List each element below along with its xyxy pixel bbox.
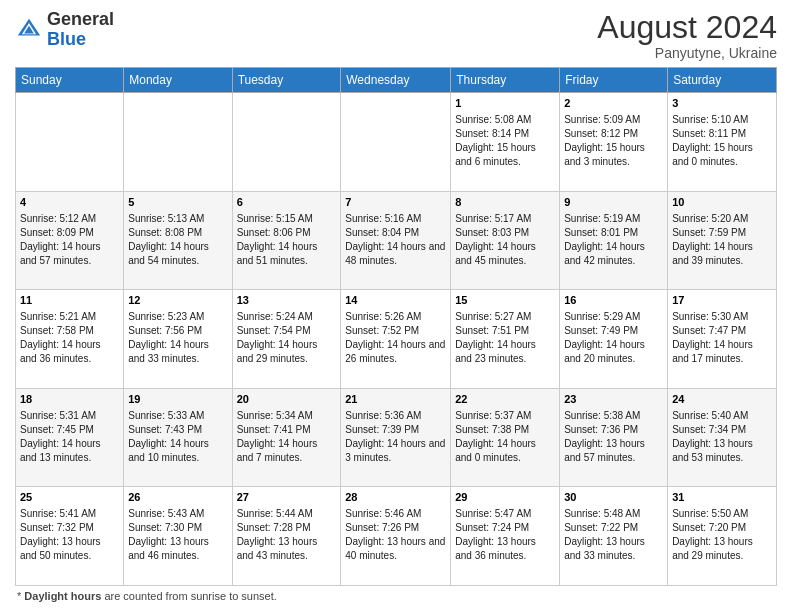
cell-w0-d5: 2Sunrise: 5:09 AMSunset: 8:12 PMDaylight… — [560, 93, 668, 192]
day-info-9: Sunrise: 5:19 AMSunset: 8:01 PMDaylight:… — [564, 212, 663, 268]
cell-w1-d0: 4Sunrise: 5:12 AMSunset: 8:09 PMDaylight… — [16, 191, 124, 290]
day-info-11: Sunrise: 5:21 AMSunset: 7:58 PMDaylight:… — [20, 310, 119, 366]
cell-w2-d5: 16Sunrise: 5:29 AMSunset: 7:49 PMDayligh… — [560, 290, 668, 389]
cell-w0-d3 — [341, 93, 451, 192]
day-num-22: 22 — [455, 392, 555, 408]
day-num-18: 18 — [20, 392, 119, 408]
day-info-14: Sunrise: 5:26 AMSunset: 7:52 PMDaylight:… — [345, 310, 446, 366]
cell-w1-d3: 7Sunrise: 5:16 AMSunset: 8:04 PMDaylight… — [341, 191, 451, 290]
cell-w0-d4: 1Sunrise: 5:08 AMSunset: 8:14 PMDaylight… — [451, 93, 560, 192]
day-num-30: 30 — [564, 490, 663, 506]
day-num-28: 28 — [345, 490, 446, 506]
week-row-2: 11Sunrise: 5:21 AMSunset: 7:58 PMDayligh… — [16, 290, 777, 389]
day-num-8: 8 — [455, 195, 555, 211]
cell-w3-d5: 23Sunrise: 5:38 AMSunset: 7:36 PMDayligh… — [560, 388, 668, 487]
cell-w0-d2 — [232, 93, 341, 192]
header-friday: Friday — [560, 68, 668, 93]
day-num-21: 21 — [345, 392, 446, 408]
month-year: August 2024 — [597, 10, 777, 45]
day-num-27: 27 — [237, 490, 337, 506]
day-header-row: Sunday Monday Tuesday Wednesday Thursday… — [16, 68, 777, 93]
cell-w1-d1: 5Sunrise: 5:13 AMSunset: 8:08 PMDaylight… — [124, 191, 232, 290]
day-num-25: 25 — [20, 490, 119, 506]
day-info-28: Sunrise: 5:46 AMSunset: 7:26 PMDaylight:… — [345, 507, 446, 563]
day-info-31: Sunrise: 5:50 AMSunset: 7:20 PMDaylight:… — [672, 507, 772, 563]
day-info-6: Sunrise: 5:15 AMSunset: 8:06 PMDaylight:… — [237, 212, 337, 268]
cell-w1-d4: 8Sunrise: 5:17 AMSunset: 8:03 PMDaylight… — [451, 191, 560, 290]
day-num-2: 2 — [564, 96, 663, 112]
day-info-5: Sunrise: 5:13 AMSunset: 8:08 PMDaylight:… — [128, 212, 227, 268]
footer-note: * Daylight hours are counted from sunris… — [15, 590, 777, 602]
day-info-10: Sunrise: 5:20 AMSunset: 7:59 PMDaylight:… — [672, 212, 772, 268]
header-wednesday: Wednesday — [341, 68, 451, 93]
cell-w4-d1: 26Sunrise: 5:43 AMSunset: 7:30 PMDayligh… — [124, 487, 232, 586]
day-num-19: 19 — [128, 392, 227, 408]
title-block: August 2024 Panyutyne, Ukraine — [597, 10, 777, 61]
day-info-17: Sunrise: 5:30 AMSunset: 7:47 PMDaylight:… — [672, 310, 772, 366]
day-info-19: Sunrise: 5:33 AMSunset: 7:43 PMDaylight:… — [128, 409, 227, 465]
day-num-5: 5 — [128, 195, 227, 211]
day-info-1: Sunrise: 5:08 AMSunset: 8:14 PMDaylight:… — [455, 113, 555, 169]
day-info-25: Sunrise: 5:41 AMSunset: 7:32 PMDaylight:… — [20, 507, 119, 563]
day-info-27: Sunrise: 5:44 AMSunset: 7:28 PMDaylight:… — [237, 507, 337, 563]
day-info-2: Sunrise: 5:09 AMSunset: 8:12 PMDaylight:… — [564, 113, 663, 169]
day-info-16: Sunrise: 5:29 AMSunset: 7:49 PMDaylight:… — [564, 310, 663, 366]
day-num-13: 13 — [237, 293, 337, 309]
day-info-12: Sunrise: 5:23 AMSunset: 7:56 PMDaylight:… — [128, 310, 227, 366]
cell-w4-d0: 25Sunrise: 5:41 AMSunset: 7:32 PMDayligh… — [16, 487, 124, 586]
day-info-3: Sunrise: 5:10 AMSunset: 8:11 PMDaylight:… — [672, 113, 772, 169]
day-num-7: 7 — [345, 195, 446, 211]
cell-w4-d6: 31Sunrise: 5:50 AMSunset: 7:20 PMDayligh… — [668, 487, 777, 586]
daylight-hours-label: Daylight hours — [24, 590, 101, 602]
logo: General Blue — [15, 10, 114, 50]
calendar-table: Sunday Monday Tuesday Wednesday Thursday… — [15, 67, 777, 586]
logo-general-text: General — [47, 9, 114, 29]
header-tuesday: Tuesday — [232, 68, 341, 93]
week-row-4: 25Sunrise: 5:41 AMSunset: 7:32 PMDayligh… — [16, 487, 777, 586]
cell-w3-d6: 24Sunrise: 5:40 AMSunset: 7:34 PMDayligh… — [668, 388, 777, 487]
day-num-15: 15 — [455, 293, 555, 309]
cell-w1-d6: 10Sunrise: 5:20 AMSunset: 7:59 PMDayligh… — [668, 191, 777, 290]
cell-w1-d2: 6Sunrise: 5:15 AMSunset: 8:06 PMDaylight… — [232, 191, 341, 290]
header-monday: Monday — [124, 68, 232, 93]
cell-w0-d0 — [16, 93, 124, 192]
day-num-29: 29 — [455, 490, 555, 506]
cell-w2-d1: 12Sunrise: 5:23 AMSunset: 7:56 PMDayligh… — [124, 290, 232, 389]
day-info-20: Sunrise: 5:34 AMSunset: 7:41 PMDaylight:… — [237, 409, 337, 465]
day-num-6: 6 — [237, 195, 337, 211]
day-num-24: 24 — [672, 392, 772, 408]
logo-text: General Blue — [47, 10, 114, 50]
day-num-20: 20 — [237, 392, 337, 408]
day-info-7: Sunrise: 5:16 AMSunset: 8:04 PMDaylight:… — [345, 212, 446, 268]
cell-w3-d2: 20Sunrise: 5:34 AMSunset: 7:41 PMDayligh… — [232, 388, 341, 487]
day-info-15: Sunrise: 5:27 AMSunset: 7:51 PMDaylight:… — [455, 310, 555, 366]
day-info-8: Sunrise: 5:17 AMSunset: 8:03 PMDaylight:… — [455, 212, 555, 268]
cell-w2-d4: 15Sunrise: 5:27 AMSunset: 7:51 PMDayligh… — [451, 290, 560, 389]
logo-icon — [15, 16, 43, 44]
week-row-3: 18Sunrise: 5:31 AMSunset: 7:45 PMDayligh… — [16, 388, 777, 487]
day-num-3: 3 — [672, 96, 772, 112]
day-info-18: Sunrise: 5:31 AMSunset: 7:45 PMDaylight:… — [20, 409, 119, 465]
cell-w2-d0: 11Sunrise: 5:21 AMSunset: 7:58 PMDayligh… — [16, 290, 124, 389]
cell-w3-d3: 21Sunrise: 5:36 AMSunset: 7:39 PMDayligh… — [341, 388, 451, 487]
cell-w3-d0: 18Sunrise: 5:31 AMSunset: 7:45 PMDayligh… — [16, 388, 124, 487]
day-num-26: 26 — [128, 490, 227, 506]
week-row-0: 1Sunrise: 5:08 AMSunset: 8:14 PMDaylight… — [16, 93, 777, 192]
cell-w1-d5: 9Sunrise: 5:19 AMSunset: 8:01 PMDaylight… — [560, 191, 668, 290]
day-num-14: 14 — [345, 293, 446, 309]
day-info-23: Sunrise: 5:38 AMSunset: 7:36 PMDaylight:… — [564, 409, 663, 465]
cell-w2-d2: 13Sunrise: 5:24 AMSunset: 7:54 PMDayligh… — [232, 290, 341, 389]
day-num-9: 9 — [564, 195, 663, 211]
day-info-13: Sunrise: 5:24 AMSunset: 7:54 PMDaylight:… — [237, 310, 337, 366]
day-num-10: 10 — [672, 195, 772, 211]
day-num-12: 12 — [128, 293, 227, 309]
day-info-21: Sunrise: 5:36 AMSunset: 7:39 PMDaylight:… — [345, 409, 446, 465]
day-num-23: 23 — [564, 392, 663, 408]
day-num-16: 16 — [564, 293, 663, 309]
day-info-26: Sunrise: 5:43 AMSunset: 7:30 PMDaylight:… — [128, 507, 227, 563]
day-info-30: Sunrise: 5:48 AMSunset: 7:22 PMDaylight:… — [564, 507, 663, 563]
header: General Blue August 2024 Panyutyne, Ukra… — [15, 10, 777, 61]
cell-w4-d5: 30Sunrise: 5:48 AMSunset: 7:22 PMDayligh… — [560, 487, 668, 586]
day-num-11: 11 — [20, 293, 119, 309]
day-num-17: 17 — [672, 293, 772, 309]
